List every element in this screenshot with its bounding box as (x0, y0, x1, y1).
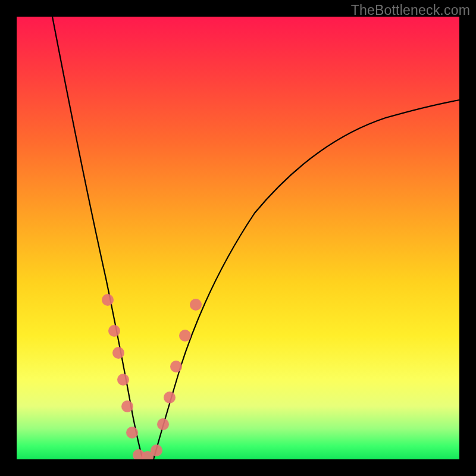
data-point (157, 418, 169, 430)
data-point (102, 294, 114, 306)
data-point (126, 427, 138, 439)
chart-plot-area (17, 17, 459, 459)
data-point (108, 325, 120, 337)
curve-right-branch (154, 100, 459, 459)
bottleneck-curve-svg (17, 17, 459, 459)
data-point (112, 347, 124, 359)
data-point (151, 444, 162, 456)
data-point (117, 374, 129, 386)
data-point (190, 299, 202, 311)
data-point (121, 400, 133, 412)
curve-lines (52, 17, 459, 459)
data-point (164, 392, 176, 403)
data-points (102, 294, 202, 459)
watermark-text: TheBottleneck.com (351, 2, 470, 18)
curve-left-branch (52, 17, 143, 459)
data-point (170, 361, 182, 372)
data-point (179, 330, 191, 342)
